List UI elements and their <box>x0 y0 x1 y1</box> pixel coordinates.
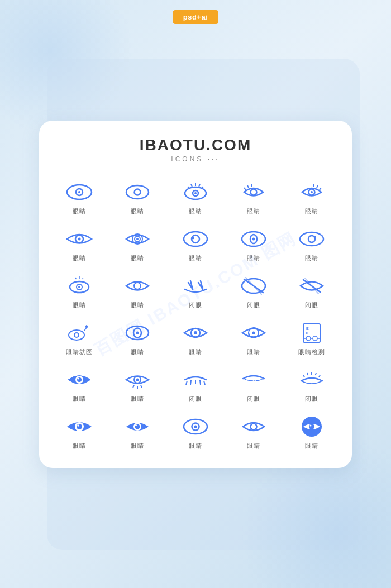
icon-label-1: 眼睛 <box>73 207 86 216</box>
eye-small-pupil-icon <box>297 227 327 251</box>
eye-slash-2-icon <box>239 274 269 298</box>
eye-circle-large-icon <box>180 321 211 345</box>
icon-cell-23[interactable]: 闭眼 <box>166 363 225 405</box>
icon-cell-7[interactable]: 眼睛 <box>108 222 166 265</box>
svg-line-75 <box>190 380 191 385</box>
eye-closed-fancy-icon <box>297 367 327 392</box>
svg-point-27 <box>184 232 207 246</box>
icon-label-10: 眼睛 <box>305 254 318 262</box>
icon-label-18: 眼睛 <box>189 348 202 356</box>
svg-line-81 <box>316 373 317 375</box>
eye-outline-small-icon <box>239 414 269 439</box>
eye-lash-bottom-icon <box>122 367 152 392</box>
eye-filled-blue-icon <box>64 367 94 392</box>
icon-label-5: 眼睛 <box>305 207 318 216</box>
icon-label-14: 闭眼 <box>247 301 260 309</box>
icon-cell-24[interactable]: 闭眼 <box>225 363 283 405</box>
svg-point-32 <box>252 237 255 240</box>
icon-label-8: 眼睛 <box>189 254 202 262</box>
icon-cell-12[interactable]: 眼睛 <box>108 269 166 312</box>
icon-cell-4[interactable]: 眼睛 <box>225 175 283 218</box>
svg-point-95 <box>309 424 314 429</box>
icon-label-16: 眼睛就医 <box>66 348 93 356</box>
icon-cell-11[interactable]: 眼睛 <box>50 269 108 312</box>
eye-filled-bottom-icon <box>122 274 152 298</box>
icon-label-30: 眼睛 <box>305 442 318 450</box>
svg-point-53 <box>136 331 139 334</box>
icon-label-2: 眼睛 <box>131 207 144 216</box>
icon-cell-27[interactable]: 眼睛 <box>108 410 166 452</box>
svg-line-47 <box>305 278 318 294</box>
icon-cell-28[interactable]: 眼睛 <box>166 410 225 452</box>
svg-line-70 <box>133 385 134 388</box>
eye-inner-circle-icon <box>180 227 211 251</box>
svg-point-85 <box>77 424 82 429</box>
svg-line-7 <box>199 184 200 187</box>
icon-label-25: 闭眼 <box>305 395 318 403</box>
icon-cell-9[interactable]: 眼睛 <box>225 222 283 265</box>
svg-point-48 <box>69 330 84 340</box>
svg-point-41 <box>78 286 80 288</box>
svg-line-15 <box>251 184 252 187</box>
svg-point-12 <box>194 192 197 194</box>
svg-line-77 <box>186 381 187 385</box>
icon-cell-1[interactable]: 眼睛 <box>50 175 108 218</box>
icon-cell-16[interactable]: 眼睛就医 <box>50 316 108 358</box>
svg-line-76 <box>200 380 201 385</box>
eye-outline-icon <box>64 180 94 204</box>
svg-point-21 <box>311 191 313 193</box>
card-subtitle: ICONS ··· <box>50 155 341 163</box>
icon-cell-30[interactable]: 眼睛 <box>283 410 341 452</box>
icon-cell-18[interactable]: 眼睛 <box>166 316 225 358</box>
icon-cell-17[interactable]: 眼睛 <box>108 316 166 358</box>
icon-cell-20[interactable]: E TH 眼睛检测 <box>283 316 341 358</box>
icon-cell-3[interactable]: 眼睛 <box>166 175 225 218</box>
eye-closed-lash-icon <box>180 367 211 392</box>
eye-lash-left-icon <box>297 180 327 204</box>
svg-point-2 <box>78 191 80 193</box>
icon-cell-14[interactable]: 闭眼 <box>225 269 283 312</box>
svg-point-86 <box>77 424 79 427</box>
svg-point-68 <box>78 377 79 379</box>
icon-label-4: 眼睛 <box>247 207 260 216</box>
icon-cell-15[interactable]: 闭眼 <box>283 269 341 312</box>
svg-line-14 <box>247 185 249 188</box>
svg-point-23 <box>78 237 81 240</box>
icon-cell-10[interactable]: 眼睛 <box>283 222 341 265</box>
icon-cell-5[interactable]: 眼睛 <box>283 175 341 218</box>
svg-text:TH: TH <box>306 331 309 334</box>
svg-line-80 <box>307 373 308 375</box>
icon-cell-29[interactable]: 眼睛 <box>225 410 283 452</box>
icon-label-17: 眼睛 <box>131 348 144 356</box>
icon-label-22: 眼睛 <box>131 395 144 403</box>
icon-label-11: 眼睛 <box>73 301 86 309</box>
svg-line-37 <box>75 278 77 279</box>
eye-double-circle-icon <box>122 227 152 251</box>
eye-solid-pupil-icon <box>122 414 152 439</box>
icon-cell-8[interactable]: 眼睛 <box>166 222 225 265</box>
icon-cell-25[interactable]: 闭眼 <box>283 363 341 405</box>
svg-line-6 <box>191 184 192 187</box>
svg-line-83 <box>319 375 320 377</box>
icon-cell-2[interactable]: 眼睛 <box>108 175 166 218</box>
svg-text:E: E <box>306 327 309 331</box>
eye-simple-icon <box>122 180 152 204</box>
svg-line-17 <box>320 188 321 190</box>
icon-cell-26[interactable]: 眼睛 <box>50 410 108 452</box>
eye-rays-icon <box>64 274 94 298</box>
icon-cell-22[interactable]: 眼睛 <box>108 363 166 405</box>
icon-cell-13[interactable]: 闭眼 <box>166 269 225 312</box>
icon-label-20: 眼睛检测 <box>298 348 325 356</box>
svg-point-4 <box>135 189 141 195</box>
icon-label-28: 眼睛 <box>189 442 202 450</box>
icon-cell-21[interactable]: 眼睛 <box>50 363 108 405</box>
svg-point-33 <box>300 232 323 246</box>
icon-label-19: 眼睛 <box>247 348 260 356</box>
icon-label-26: 眼睛 <box>73 442 86 450</box>
icon-cell-6[interactable]: 眼睛 <box>50 222 108 265</box>
eye-drops-icon <box>64 321 94 345</box>
icon-cell-19[interactable]: 眼睛 <box>225 316 283 358</box>
svg-point-92 <box>194 425 197 428</box>
icon-label-12: 眼睛 <box>131 301 144 309</box>
svg-point-96 <box>310 424 312 426</box>
